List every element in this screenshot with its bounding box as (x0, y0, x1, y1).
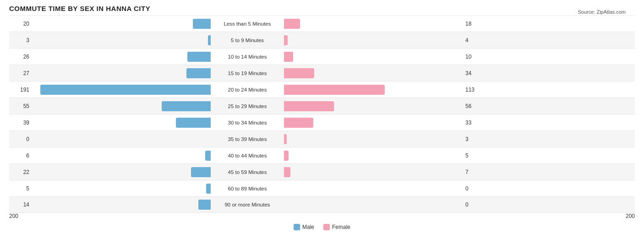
male-bar-area (32, 85, 211, 95)
row-label: Less than 5 Minutes (211, 21, 284, 27)
male-bar-area (32, 200, 211, 210)
female-value: 113 (463, 87, 486, 93)
chart-rows: 20 Less than 5 Minutes 18 3 5 to 9 Minut… (9, 15, 635, 213)
female-bar-area (284, 118, 463, 128)
table-row: 20 Less than 5 Minutes 18 (9, 15, 635, 32)
female-bar-area (284, 151, 463, 161)
axis-labels: 200 200 (9, 213, 635, 220)
row-label: 30 to 34 Minutes (211, 120, 284, 125)
female-bar-area (284, 184, 463, 194)
table-row: 3 5 to 9 Minutes 4 (9, 32, 635, 48)
female-value: 4 (463, 37, 486, 43)
male-value: 22 (9, 169, 32, 175)
female-bar (284, 151, 289, 161)
row-label: 25 to 29 Minutes (211, 103, 284, 109)
male-bar (40, 85, 211, 95)
legend-male: Male (294, 224, 314, 230)
male-value: 0 (9, 136, 32, 142)
female-value: 56 (463, 103, 486, 109)
row-label: 45 to 59 Minutes (211, 169, 284, 175)
female-value: 0 (463, 185, 486, 192)
female-bar (284, 35, 288, 45)
male-value: 27 (9, 70, 32, 76)
male-value: 14 (9, 201, 32, 208)
female-bar (284, 167, 290, 177)
male-bar (191, 167, 211, 177)
chart-area: 20 Less than 5 Minutes 18 3 5 to 9 Minut… (9, 15, 635, 220)
female-value: 18 (463, 21, 486, 27)
male-bar-area (32, 184, 211, 194)
female-bar (284, 118, 313, 128)
male-bar (193, 19, 211, 29)
male-bar (187, 52, 211, 62)
male-bar-area (32, 68, 211, 78)
male-value: 3 (9, 37, 32, 43)
table-row: 191 20 to 24 Minutes 113 (9, 81, 635, 98)
male-bar-area (32, 35, 211, 45)
male-bar-area (32, 52, 211, 62)
male-value: 191 (9, 87, 32, 93)
male-value: 20 (9, 21, 32, 27)
female-bar (284, 52, 293, 62)
female-bar-area (284, 134, 463, 144)
female-bar (284, 19, 300, 29)
table-row: 27 15 to 19 Minutes 34 (9, 65, 635, 81)
female-bar-area (284, 101, 463, 111)
chart-wrapper: COMMUTE TIME BY SEX IN HANNA CITY Source… (9, 5, 635, 230)
male-bar (198, 200, 211, 210)
table-row: 0 35 to 39 Minutes 3 (9, 130, 635, 147)
female-value: 5 (463, 152, 486, 159)
row-label: 35 to 39 Minutes (211, 136, 284, 142)
female-value: 34 (463, 70, 486, 76)
female-bar-area (284, 85, 463, 95)
row-label: 90 or more Minutes (211, 202, 284, 207)
female-value: 3 (463, 136, 486, 142)
female-bar (284, 101, 334, 111)
axis-left-label: 200 (9, 213, 18, 219)
table-row: 6 40 to 44 Minutes 5 (9, 147, 635, 163)
legend-male-box (294, 224, 300, 230)
female-bar (284, 134, 287, 144)
male-value: 6 (9, 152, 32, 159)
male-value: 26 (9, 54, 32, 60)
male-bar-area (32, 134, 211, 144)
legend-female-box (323, 224, 330, 230)
male-value: 39 (9, 120, 32, 126)
female-bar-area (284, 167, 463, 177)
table-row: 5 60 to 89 Minutes 0 (9, 180, 635, 196)
male-bar-area (32, 101, 211, 111)
table-row: 55 25 to 29 Minutes 56 (9, 98, 635, 114)
row-label: 10 to 14 Minutes (211, 54, 284, 60)
male-bar (186, 68, 211, 78)
row-label: 5 to 9 Minutes (211, 38, 284, 43)
source-label: Source: ZipAtlas.com (578, 9, 626, 15)
female-bar (284, 85, 385, 95)
table-row: 26 10 to 14 Minutes 10 (9, 48, 635, 65)
legend-female-label: Female (332, 224, 350, 230)
female-value: 10 (463, 54, 486, 60)
row-label: 60 to 89 Minutes (211, 186, 284, 191)
male-bar (205, 151, 211, 161)
male-bar-area (32, 19, 211, 29)
row-label: 40 to 44 Minutes (211, 153, 284, 158)
row-label: 20 to 24 Minutes (211, 87, 284, 92)
female-bar-area (284, 35, 463, 45)
male-bar-area (32, 151, 211, 161)
female-bar-area (284, 52, 463, 62)
table-row: 39 30 to 34 Minutes 33 (9, 114, 635, 130)
female-bar-area (284, 19, 463, 29)
axis-right-label: 200 (626, 213, 635, 219)
male-bar (206, 184, 211, 194)
legend-male-label: Male (302, 224, 314, 230)
table-row: 14 90 or more Minutes 0 (9, 196, 635, 213)
male-value: 5 (9, 185, 32, 192)
male-bar (176, 118, 211, 128)
female-bar-area (284, 68, 463, 78)
female-bar (284, 68, 314, 78)
male-value: 55 (9, 103, 32, 109)
male-bar (162, 101, 211, 111)
female-value: 7 (463, 169, 486, 175)
male-bar-area (32, 167, 211, 177)
legend-female: Female (323, 224, 350, 230)
female-bar-area (284, 200, 463, 210)
